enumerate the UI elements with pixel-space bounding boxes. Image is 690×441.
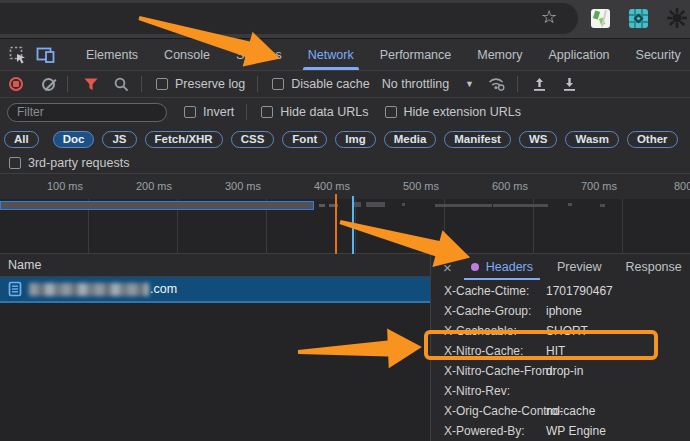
type-filter-ws[interactable]: WS (519, 131, 558, 148)
network-conditions-icon[interactable] (488, 77, 505, 91)
type-filter-fetch-xhr[interactable]: Fetch/XHR (145, 131, 223, 148)
tab-security[interactable]: Security (623, 39, 690, 70)
hide-data-urls-label: Hide data URLs (280, 105, 368, 119)
type-filter-media[interactable]: Media (384, 131, 437, 148)
tab-memory[interactable]: Memory (464, 39, 535, 70)
network-filter-bar: Invert Hide data URLs Hide extension URL… (0, 98, 690, 126)
header-name: X-Cache-Ctime: (444, 284, 546, 298)
divider (517, 76, 518, 92)
details-tabbar: × Headers Preview Response (431, 254, 690, 280)
close-icon[interactable]: × (443, 259, 452, 276)
record-button[interactable] (9, 77, 23, 91)
header-value: WP Engine (546, 424, 606, 438)
header-name: X-Nitro-Rev: (444, 384, 546, 398)
type-filter-manifest[interactable]: Manifest (444, 131, 511, 148)
divider (141, 76, 142, 92)
tab-performance[interactable]: Performance (367, 39, 465, 70)
header-value: iphone (546, 304, 582, 318)
search-icon[interactable] (114, 77, 129, 92)
type-filter-all[interactable]: All (4, 131, 39, 148)
divider (257, 76, 258, 92)
divider (246, 104, 247, 120)
filter-input[interactable] (7, 103, 167, 122)
type-filter-doc[interactable]: Doc (53, 131, 95, 148)
preserve-log-label: Preserve log (175, 77, 245, 91)
extension-icon[interactable] (591, 9, 610, 28)
override-dot-icon (471, 263, 479, 271)
throttling-select[interactable]: No throttling (382, 77, 449, 91)
timeline-ruler: 100 ms 200 ms 300 ms 400 ms 500 ms 600 m… (0, 174, 690, 199)
tab-headers-label: Headers (486, 260, 533, 274)
disable-cache-checkbox[interactable] (272, 78, 284, 90)
divider (67, 76, 68, 92)
browser-menu-gear-icon[interactable] (666, 7, 688, 29)
tick-label: 100 ms (47, 180, 83, 192)
header-row: X-Nitro-Cache-From:drop-in (431, 361, 690, 381)
type-filter-font[interactable]: Font (282, 131, 327, 148)
tab-sources[interactable]: Sources (223, 39, 295, 70)
tab-console[interactable]: Console (151, 39, 223, 70)
tick-label: 700 ms (581, 180, 617, 192)
network-overview[interactable]: 100 ms 200 ms 300 ms 400 ms 500 ms 600 m… (0, 173, 690, 254)
type-filter-js[interactable]: JS (102, 131, 136, 148)
import-har-icon[interactable] (532, 77, 547, 92)
filter-icon[interactable] (84, 78, 98, 91)
tab-network[interactable]: Network (295, 39, 367, 70)
type-filter-other[interactable]: Other (627, 131, 678, 148)
header-value: 1701790467 (546, 284, 613, 298)
tick-label: 800 (674, 180, 690, 192)
header-name: X-Nitro-Cache-From: (444, 364, 546, 378)
preserve-log-checkbox[interactable] (156, 78, 168, 90)
header-name: X-Powered-By: (444, 424, 546, 438)
header-name: X-Orig-Cache-Control: (444, 404, 546, 418)
inspect-element-icon[interactable] (9, 46, 27, 64)
tick-label: 200 ms (136, 180, 172, 192)
header-row: X-Cache-Ctime:1701790467 (431, 281, 690, 301)
hide-extension-urls-checkbox[interactable] (385, 106, 397, 118)
type-filter-wasm[interactable]: Wasm (565, 131, 618, 148)
tick-label: 500 ms (403, 180, 439, 192)
highlight-box (424, 330, 658, 360)
invert-label: Invert (203, 105, 234, 119)
request-bar (493, 204, 548, 207)
header-row: X-Orig-Cache-Control:no-cache (431, 401, 690, 421)
request-url-suffix: .com (150, 282, 177, 296)
export-har-icon[interactable] (562, 77, 577, 92)
invert-checkbox[interactable] (184, 106, 196, 118)
extension-icon[interactable] (629, 9, 648, 28)
hide-data-urls-checkbox[interactable] (261, 106, 273, 118)
request-row-selected[interactable]: .com (0, 277, 430, 301)
tab-headers[interactable]: Headers (466, 254, 538, 280)
header-row: X-Nitro-Rev: (431, 381, 690, 401)
tab-application[interactable]: Application (535, 39, 622, 70)
selected-request-bar[interactable] (0, 201, 314, 210)
resource-type-filters: All Doc JS Fetch/XHR CSS Font Img Media … (0, 126, 690, 153)
tab-response[interactable]: Response (620, 254, 686, 280)
domcontentloaded-marker (335, 194, 337, 255)
third-party-checkbox[interactable] (9, 157, 21, 169)
load-event-marker (352, 196, 354, 255)
type-filter-css[interactable]: CSS (231, 131, 275, 148)
header-value: drop-in (546, 364, 583, 378)
devtools-tabbar: Elements Console Sources Network Perform… (0, 39, 690, 71)
tab-elements[interactable]: Elements (73, 39, 151, 70)
header-row: X-Cache-Group:iphone (431, 301, 690, 321)
type-filter-img[interactable]: Img (335, 131, 375, 148)
network-toolbar: Preserve log Disable cache No throttling… (0, 71, 690, 98)
clear-button[interactable] (42, 78, 55, 91)
document-icon (8, 281, 22, 297)
throttling-dropdown-arrow-icon[interactable]: ▼ (465, 79, 474, 89)
devtools-screenshot: ☆ (0, 0, 690, 441)
request-bar (568, 203, 572, 206)
tick-label: 600 ms (492, 180, 528, 192)
address-bar[interactable] (0, 3, 578, 34)
selected-row-underline (0, 301, 430, 303)
request-bar (435, 204, 492, 207)
bookmark-star-icon[interactable]: ☆ (541, 6, 557, 28)
request-bar (402, 203, 405, 206)
redacted-request-url (29, 283, 149, 296)
request-bar (366, 202, 385, 207)
tab-preview[interactable]: Preview (552, 254, 606, 280)
name-column-label: Name (8, 258, 41, 272)
device-toolbar-icon[interactable] (36, 47, 55, 63)
